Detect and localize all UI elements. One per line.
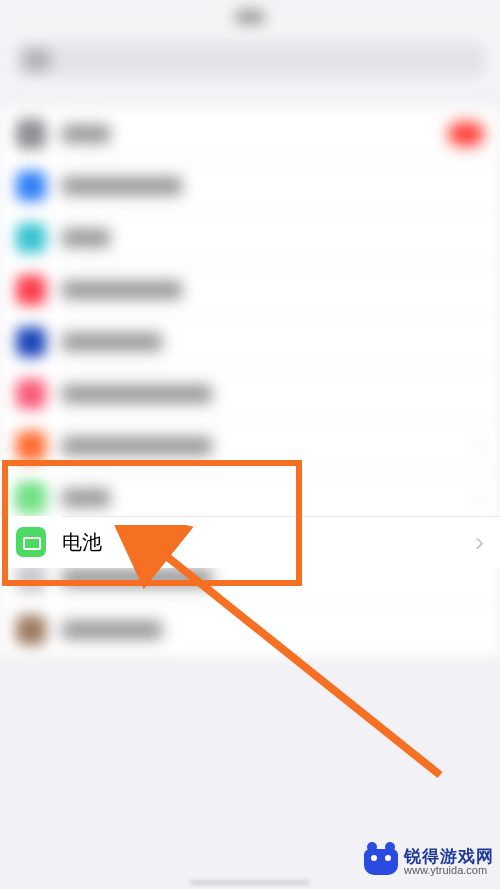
settings-row[interactable] [0, 108, 500, 160]
settings-row-label [62, 569, 212, 587]
settings-row-battery[interactable]: 电池 › [0, 516, 500, 568]
home-indicator [190, 880, 310, 885]
settings-row-label [62, 229, 110, 247]
settings-row-label [62, 125, 110, 143]
chevron-right-icon: › [469, 435, 484, 457]
settings-row-icon [16, 327, 46, 357]
watermark-logo-icon [364, 849, 398, 875]
settings-row-icon [16, 171, 46, 201]
settings-row-icon [16, 119, 46, 149]
chevron-right-icon: › [475, 528, 484, 556]
settings-row[interactable] [0, 368, 500, 420]
watermark: 锐得游戏网 www.ytruida.com [364, 848, 494, 877]
search-icon [24, 49, 50, 71]
settings-row-icon [16, 379, 46, 409]
battery-icon [16, 527, 46, 557]
status-bar [0, 0, 500, 34]
chevron-right-icon: › [469, 487, 484, 509]
settings-row[interactable] [0, 316, 500, 368]
settings-row-label [62, 385, 212, 403]
settings-row[interactable] [0, 212, 500, 264]
settings-group-1: › › [0, 108, 500, 524]
settings-row[interactable] [0, 604, 500, 656]
watermark-url: www.ytruida.com [404, 865, 494, 877]
settings-row[interactable] [0, 160, 500, 212]
notification-badge [448, 122, 484, 146]
settings-row-icon [16, 615, 46, 645]
battery-label: 电池 [62, 529, 102, 556]
settings-row-icon [16, 431, 46, 461]
settings-row-label [62, 489, 110, 507]
settings-row-icon [16, 275, 46, 305]
settings-row[interactable] [0, 264, 500, 316]
notch-icon [236, 11, 264, 23]
settings-row-label [62, 437, 212, 455]
settings-row-label [62, 177, 182, 195]
settings-row-label [62, 621, 162, 639]
search-container [0, 34, 500, 90]
search-input[interactable] [14, 42, 486, 78]
battery-icon [16, 483, 46, 513]
watermark-name: 锐得游戏网 [404, 848, 494, 866]
settings-row-label [62, 333, 162, 351]
settings-row[interactable]: › [0, 420, 500, 472]
settings-row-label [62, 281, 182, 299]
settings-row-icon [16, 223, 46, 253]
